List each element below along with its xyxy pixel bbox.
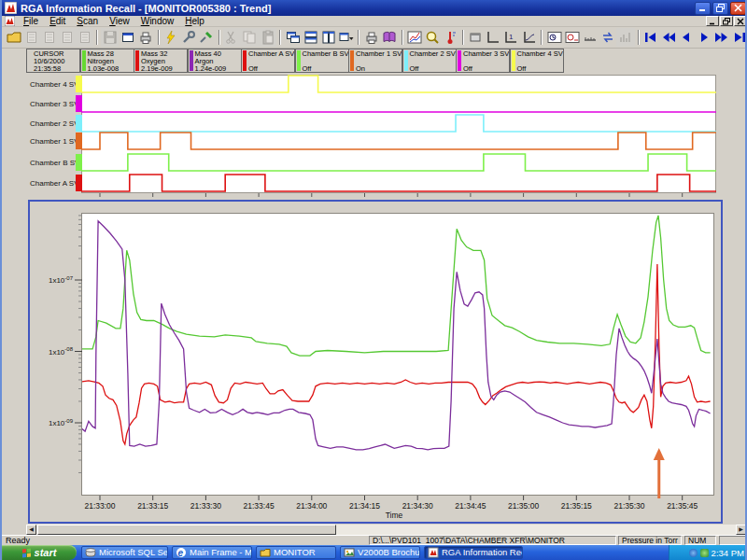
axis-log-button[interactable] bbox=[520, 28, 538, 47]
menu-window[interactable]: Window bbox=[135, 16, 180, 27]
zoom-button[interactable] bbox=[424, 28, 442, 47]
menu-scan[interactable]: Scan bbox=[71, 16, 104, 27]
vcr-fast-forward-button[interactable] bbox=[713, 28, 731, 47]
status-extra-panel bbox=[719, 536, 746, 545]
calibrate-button[interactable] bbox=[198, 28, 216, 47]
window-options-button[interactable] bbox=[337, 28, 355, 47]
toolbar-separator bbox=[358, 30, 359, 45]
window-title: RGA Information Recall - [MONITOR005380 … bbox=[21, 3, 271, 14]
channel-label: Chamber 3 SV bbox=[463, 50, 508, 58]
channel-chamber-1-sv: Chamber 1 SV On bbox=[348, 49, 402, 73]
taskbar-task-2[interactable]: eMain Frame - Microso... bbox=[172, 546, 252, 559]
channel-color-bar bbox=[243, 50, 247, 71]
svg-text:e: e bbox=[178, 548, 184, 558]
cascade-windows-button[interactable] bbox=[284, 28, 302, 47]
channel-value: Off bbox=[303, 65, 347, 73]
taskbar-task-4[interactable]: V2000B Brochure.bm... bbox=[340, 546, 420, 559]
title-bar[interactable]: RGA Information Recall - [MONITOR005380 … bbox=[2, 0, 747, 16]
page-setup-button[interactable] bbox=[137, 28, 155, 47]
scrollbar-thumb[interactable] bbox=[37, 525, 336, 535]
sql-icon bbox=[85, 547, 96, 558]
swap-axes-button[interactable] bbox=[599, 28, 616, 47]
tile-vertical-button[interactable] bbox=[319, 28, 337, 47]
menu-view[interactable]: View bbox=[104, 16, 135, 27]
open-button[interactable] bbox=[5, 28, 22, 47]
mdi-restore-button[interactable] bbox=[720, 16, 733, 26]
menu-help[interactable]: Help bbox=[179, 16, 210, 27]
channel-mass-32: Mass 32Oxygen2.19e-009 bbox=[134, 49, 188, 73]
menu-bar: FileEditScanViewWindowHelp bbox=[2, 16, 747, 27]
taskbar-task-3[interactable]: MONITOR bbox=[256, 546, 336, 559]
axis-linear-button[interactable]: 1 bbox=[502, 28, 520, 47]
taskbar-task-5[interactable]: RGA Information Rec... bbox=[424, 546, 523, 559]
new-window-button[interactable] bbox=[119, 28, 136, 47]
channel-chamber-3-sv: Chamber 3 SV Off bbox=[456, 49, 510, 73]
mdi-close-button[interactable] bbox=[734, 16, 747, 26]
tray-network-icon[interactable] bbox=[689, 549, 698, 557]
channel-color-bar bbox=[512, 50, 515, 71]
menu-file[interactable]: File bbox=[18, 16, 44, 27]
channel-color-bar bbox=[350, 50, 354, 71]
toolbar-separator bbox=[638, 30, 640, 45]
system-tray: 2:34 PM bbox=[669, 545, 747, 560]
print-button[interactable] bbox=[362, 28, 380, 47]
signal-color-chip bbox=[76, 133, 82, 149]
document-icon[interactable] bbox=[2, 16, 18, 26]
cut-button[interactable] bbox=[223, 28, 241, 47]
tile-horizontal-button[interactable] bbox=[302, 28, 319, 47]
task-label: Microsoft SQL Server ... bbox=[99, 547, 168, 558]
horizontal-scrollbar[interactable]: ◀ ▶ bbox=[26, 525, 746, 535]
channel-label: Chamber 2 SV bbox=[410, 50, 455, 58]
lock-file-button[interactable] bbox=[58, 28, 76, 47]
levels-button[interactable] bbox=[616, 28, 634, 47]
tray-shield-icon[interactable] bbox=[700, 549, 709, 557]
measure-button[interactable] bbox=[581, 28, 599, 47]
tune-button[interactable] bbox=[180, 28, 198, 47]
channel-color-bar bbox=[190, 50, 193, 71]
save-button[interactable] bbox=[101, 28, 119, 47]
vcr-step-back-button[interactable] bbox=[678, 28, 696, 47]
trend-plot-area[interactable] bbox=[81, 213, 714, 496]
menu-edit[interactable]: Edit bbox=[44, 16, 71, 27]
channel-color-bar bbox=[404, 50, 408, 71]
signal-plot-area[interactable] bbox=[81, 75, 716, 193]
vcr-last-button[interactable] bbox=[731, 28, 747, 47]
scroll-left-button[interactable]: ◀ bbox=[26, 525, 36, 535]
help-book-button[interactable] bbox=[380, 28, 398, 47]
paste-button[interactable] bbox=[259, 28, 276, 47]
vcr-rewind-button[interactable] bbox=[660, 28, 678, 47]
open-readonly-button[interactable] bbox=[22, 28, 40, 47]
folder-icon bbox=[260, 547, 271, 558]
start-button[interactable]: start bbox=[2, 545, 77, 560]
probe-button[interactable] bbox=[442, 28, 459, 47]
acquire-button[interactable] bbox=[162, 28, 180, 47]
close-file-button[interactable] bbox=[40, 28, 58, 47]
toolbar-separator bbox=[279, 30, 281, 45]
taskbar-task-1[interactable]: Microsoft SQL Server ... bbox=[81, 546, 168, 559]
mdi-minimize-button[interactable] bbox=[706, 16, 719, 26]
minimize-button[interactable] bbox=[695, 2, 711, 15]
ie-icon: e bbox=[176, 547, 187, 558]
vcr-first-button[interactable] bbox=[642, 28, 660, 47]
scroll-right-button[interactable]: ▶ bbox=[736, 525, 746, 535]
vcr-play-button[interactable] bbox=[696, 28, 713, 47]
time-range-button[interactable] bbox=[545, 28, 563, 47]
toolbar-separator bbox=[541, 30, 543, 45]
axis-auto-button[interactable] bbox=[485, 28, 502, 47]
trend-chart-button[interactable] bbox=[406, 28, 424, 47]
status-path: D:\...\PVD101_1007\DATA\CHAMBER XFR\MONI… bbox=[369, 536, 616, 545]
frame-button[interactable] bbox=[467, 28, 485, 47]
time-cursor-button[interactable] bbox=[563, 28, 581, 47]
channel-mass-28: Mass 28Nitrogen1.03e-008 bbox=[80, 49, 134, 73]
toolbar-separator bbox=[402, 30, 403, 45]
restore-button[interactable] bbox=[712, 2, 728, 15]
application-window: RGA Information Recall - [MONITOR005380 … bbox=[0, 0, 747, 560]
channel-value: 21:35:58 bbox=[34, 65, 78, 73]
task-label: V2000B Brochure.bm... bbox=[358, 547, 420, 558]
file-info-button[interactable] bbox=[76, 28, 93, 47]
copy-button[interactable] bbox=[241, 28, 259, 47]
channel-label: Chamber A SV bbox=[248, 50, 293, 58]
channel-value: Off bbox=[410, 65, 455, 73]
toolbar-separator bbox=[96, 30, 98, 45]
close-button[interactable] bbox=[730, 2, 746, 15]
